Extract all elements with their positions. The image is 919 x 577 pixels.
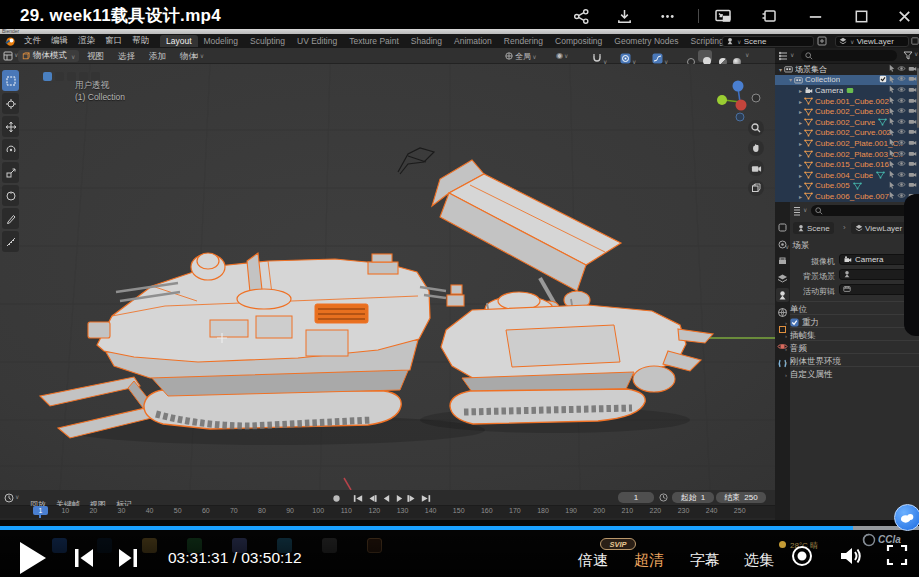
more-icon[interactable]	[656, 7, 678, 25]
outliner-row[interactable]: ▸Cube.004_Cube	[775, 170, 919, 181]
display-mode-icon[interactable]: ∨	[779, 51, 794, 61]
outliner-row[interactable]: ▸Cube.005	[775, 181, 919, 192]
viewport-3d[interactable]: 用户透视 (1) Collection	[0, 64, 775, 490]
render-visibility-icon[interactable]	[908, 160, 917, 169]
viewport-menu-视图[interactable]: 视图	[87, 51, 104, 63]
workspace-tab-layout[interactable]: Layout	[160, 35, 198, 47]
pan-icon[interactable]	[748, 140, 764, 156]
mirror-dropdown[interactable]: ⊿∨	[192, 51, 204, 60]
speed-button[interactable]: 倍速	[578, 551, 608, 570]
outliner-row[interactable]: ▸Camera	[775, 85, 919, 96]
section-自定义属性[interactable]: ›自定义属性	[785, 369, 833, 381]
jump-end-icon[interactable]	[420, 492, 432, 504]
mini-toggle-icon[interactable]	[43, 72, 52, 81]
timeline-editor-type-icon[interactable]: ∨	[4, 493, 19, 503]
previous-button[interactable]	[72, 546, 96, 574]
hide-icon[interactable]	[897, 160, 906, 169]
render-visibility-icon[interactable]	[908, 181, 917, 190]
mini-toggle-icon[interactable]	[55, 72, 64, 81]
outliner-row[interactable]: ▸Cube.002_Cube.003	[775, 106, 919, 117]
share-icon[interactable]	[570, 7, 592, 25]
outliner-row[interactable]: ▸Cube.002_Curve.002	[775, 128, 919, 139]
workspace-tab-shading[interactable]: Shading	[405, 35, 448, 47]
section-scene[interactable]: ∨场景	[785, 240, 809, 252]
selectable-icon[interactable]	[889, 138, 895, 148]
selectable-icon[interactable]	[889, 75, 895, 85]
outliner-row[interactable]: ▸Cube.002_Plate.001_C..	[775, 138, 919, 149]
hide-icon[interactable]	[897, 65, 906, 74]
selectable-icon[interactable]	[889, 149, 895, 159]
workspace-tab-sculpting[interactable]: Sculpting	[244, 35, 291, 47]
workspace-tab-animation[interactable]: Animation	[448, 35, 498, 47]
viewport-menu-选择[interactable]: 选择	[118, 51, 135, 63]
scene-selector[interactable]: ∨ Scene	[722, 36, 814, 47]
blender-logo-icon[interactable]	[5, 36, 16, 47]
select-box-icon[interactable]	[2, 70, 19, 91]
current-frame-field[interactable]: 1	[618, 492, 654, 503]
apc-model[interactable]	[40, 253, 430, 438]
selectable-icon[interactable]	[889, 181, 895, 191]
play-reverse-icon[interactable]	[380, 492, 392, 504]
scale-icon[interactable]	[2, 162, 19, 183]
missile-tank-model[interactable]	[420, 160, 713, 424]
render-visibility-icon[interactable]	[908, 150, 917, 159]
menu-文件[interactable]: 文件	[24, 35, 41, 47]
render-visibility-icon[interactable]	[908, 65, 917, 74]
menu-帮助[interactable]: 帮助	[132, 35, 149, 47]
hide-icon[interactable]	[897, 86, 906, 95]
render-visibility-icon[interactable]	[908, 128, 917, 137]
subtitles-button[interactable]: 字幕	[690, 551, 720, 570]
disclosure-icon[interactable]: ▸	[797, 140, 804, 147]
episodes-button[interactable]: 选集	[744, 551, 774, 570]
viewlayer-selector[interactable]: ∨ ViewLayer	[835, 36, 909, 47]
selectable-icon[interactable]	[889, 128, 895, 138]
render-visibility-icon[interactable]	[908, 107, 917, 116]
outliner-row[interactable]: ▾Collection	[775, 75, 919, 86]
maximize-icon[interactable]	[850, 7, 872, 25]
render-visibility-icon[interactable]	[908, 139, 917, 148]
disclosure-icon[interactable]: ▸	[797, 151, 804, 158]
selectable-icon[interactable]	[889, 117, 895, 127]
properties-search-input[interactable]	[811, 205, 911, 216]
hide-icon[interactable]	[897, 150, 906, 159]
render-visibility-icon[interactable]	[908, 118, 917, 127]
outliner-row[interactable]: ▸Cube.006_Cube.007	[775, 191, 919, 202]
selectable-icon[interactable]	[889, 191, 895, 201]
playhead[interactable]: 1	[33, 506, 48, 515]
download-icon[interactable]	[613, 7, 635, 25]
selectable-icon[interactable]	[889, 107, 895, 117]
hide-icon[interactable]	[897, 171, 906, 180]
timeline-ruler[interactable]: 1020304050607080901001101201301401501601…	[0, 506, 775, 518]
fullscreen-icon[interactable]	[886, 544, 908, 570]
render-visibility-icon[interactable]	[908, 171, 917, 180]
next-button[interactable]	[116, 546, 140, 574]
popout-icon[interactable]	[758, 7, 780, 25]
selectable-icon[interactable]	[889, 170, 895, 180]
disclosure-icon[interactable]: ▸	[797, 87, 804, 94]
frame-end-field[interactable]: 结束250	[716, 492, 766, 503]
selectable-icon[interactable]	[889, 160, 895, 170]
outliner-row[interactable]: ▸Cube.015_Cube.016	[775, 159, 919, 170]
record-icon[interactable]	[330, 492, 342, 504]
selectable-icon[interactable]	[889, 64, 895, 74]
hide-icon[interactable]	[897, 97, 906, 106]
ortho-toggle-icon[interactable]	[748, 180, 764, 196]
shading-dropdown[interactable]: ∨	[745, 51, 749, 58]
hide-icon[interactable]	[897, 128, 906, 137]
disclosure-icon[interactable]: ▸	[797, 161, 804, 168]
workspace-tab-texture-paint[interactable]: Texture Paint	[343, 35, 405, 47]
exclude-checkbox-icon[interactable]	[879, 75, 887, 85]
menu-窗口[interactable]: 窗口	[105, 35, 122, 47]
shading-solid-icon[interactable]	[698, 50, 712, 62]
hide-icon[interactable]	[897, 181, 906, 190]
render-visibility-icon[interactable]	[908, 97, 917, 106]
breadcrumb-viewlayer[interactable]: ViewLayer	[851, 222, 906, 234]
next-keyframe-icon[interactable]	[406, 492, 418, 504]
orientation-selector[interactable]: 全局∨	[505, 51, 537, 62]
disclosure-icon[interactable]: ▾	[787, 76, 794, 83]
disclosure-icon[interactable]: ▸	[797, 182, 804, 189]
measure-icon[interactable]	[2, 231, 19, 252]
hide-icon[interactable]	[897, 118, 906, 127]
selectable-icon[interactable]	[889, 85, 895, 95]
cursor-icon[interactable]	[2, 93, 19, 114]
